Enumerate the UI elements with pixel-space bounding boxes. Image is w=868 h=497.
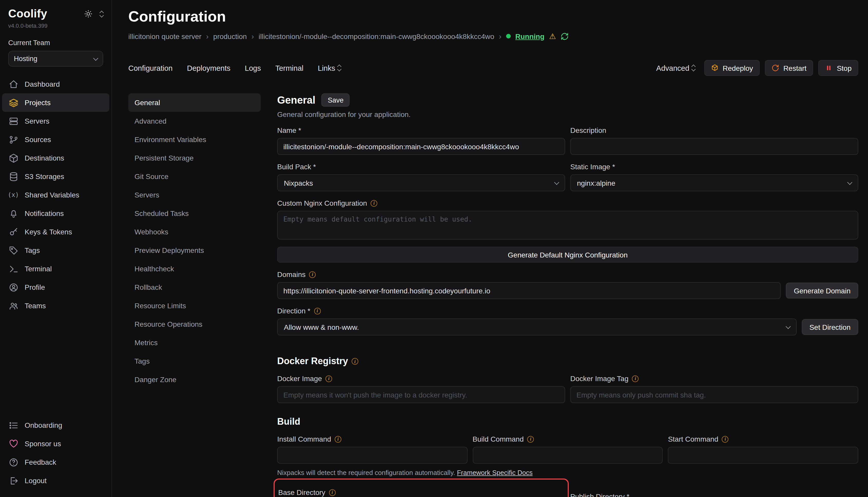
settings-nav-resource-operations[interactable]: Resource Operations [128,315,261,333]
sidebar-item-keys-tokens[interactable]: Keys & Tokens [2,223,109,241]
info-icon [314,308,320,314]
sidebar-item-terminal[interactable]: Terminal [2,259,109,278]
advanced-toggle[interactable]: Advanced [656,64,695,72]
stop-label: Stop [837,64,852,72]
tab-links[interactable]: Links [318,64,341,72]
tab-terminal[interactable]: Terminal [275,64,304,72]
build-command-input[interactable] [472,447,663,464]
sidebar-item-sponsor[interactable]: Sponsor us [2,435,109,453]
sidebar-item-s3-storages[interactable]: S3 Storages [2,167,109,186]
set-direction-button[interactable]: Set Direction [802,319,858,335]
tab-label: Logs [245,64,261,72]
sidebar-item-profile[interactable]: Profile [2,278,109,296]
direction-select[interactable]: Allow www & non-www. [277,318,797,336]
sidebar-item-label: Shared Variables [25,191,79,199]
save-button[interactable]: Save [321,93,350,107]
app-logo: Coolify [8,7,47,20]
framework-docs-link[interactable]: Framework Specific Docs [457,469,533,477]
chevrons-updown-icon [338,65,341,71]
sidebar-item-teams[interactable]: Teams [2,296,109,315]
advanced-label: Advanced [656,64,689,72]
build-pack-select[interactable]: Nixpacks [277,174,565,191]
sidebar-item-feedback[interactable]: Feedback [2,453,109,471]
settings-nav-tags[interactable]: Tags [128,352,261,370]
settings-nav-rollback[interactable]: Rollback [128,278,261,296]
description-input[interactable] [570,138,858,155]
stop-button[interactable]: Stop [818,60,858,76]
start-command-input[interactable] [668,447,858,464]
restart-icon [771,64,779,72]
settings-nav-metrics[interactable]: Metrics [128,333,261,352]
domains-input[interactable] [277,282,781,299]
generate-domain-button[interactable]: Generate Domain [786,283,858,299]
sidebar-item-shared-variables[interactable]: Shared Variables [2,186,109,204]
tab-label: Terminal [275,64,304,72]
settings-nav-preview-deployments[interactable]: Preview Deployments [128,241,261,259]
docker-registry-title: Docker Registry [277,356,348,367]
chevron-down-icon [847,180,852,185]
settings-nav-persistent-storage[interactable]: Persistent Storage [128,149,261,167]
custom-nginx-textarea[interactable] [277,211,858,240]
sidebar-item-notifications[interactable]: Notifications [2,204,109,223]
settings-nav-general[interactable]: General [128,93,261,112]
info-icon [335,436,341,442]
sidebar-item-sources[interactable]: Sources [2,130,109,149]
info-icon [329,489,336,496]
settings-nav-danger-zone[interactable]: Danger Zone [128,370,261,389]
refresh-status-icon[interactable] [561,32,569,40]
settings-nav-advanced[interactable]: Advanced [128,112,261,130]
version-selector-icon[interactable] [100,11,103,17]
section-title: General [277,94,315,106]
warning-icon[interactable]: ⚠ [549,32,556,40]
settings-nav-git-source[interactable]: Git Source [128,167,261,186]
teams-icon [8,301,18,311]
settings-nav-resource-limits[interactable]: Resource Limits [128,296,261,315]
info-icon [326,375,332,382]
tag-icon [8,245,18,255]
team-select[interactable]: Hosting [8,51,103,67]
docker-image-tag-label: Docker Image Tag [570,374,629,383]
settings-nav-healthcheck[interactable]: Healthcheck [128,259,261,278]
breadcrumb-project[interactable]: illicitonion quote server [128,32,202,40]
sidebar-nav: Dashboard Projects Servers Sources Desti… [0,75,111,315]
sidebar-item-logout[interactable]: Logout [2,471,109,490]
sidebar-item-label: Logout [25,477,47,485]
sidebar-item-tags[interactable]: Tags [2,241,109,259]
settings-nav-webhooks[interactable]: Webhooks [128,223,261,241]
settings-nav-scheduled-tasks[interactable]: Scheduled Tasks [128,204,261,223]
settings-nav-environment-variables[interactable]: Environment Variables [128,130,261,149]
redeploy-button[interactable]: Redeploy [704,60,760,76]
restart-button[interactable]: Restart [765,60,813,76]
breadcrumb-application[interactable]: illicitestonion/-module--decomposition:m… [259,32,494,40]
status-dot [506,34,511,39]
settings-nav-servers[interactable]: Servers [128,186,261,204]
sidebar-item-label: Destinations [25,154,64,162]
nixpacks-note: Nixpacks will detect the required config… [277,469,858,477]
install-command-input[interactable] [277,447,467,464]
general-form: General Save General configuration for y… [277,93,858,497]
sidebar-item-projects[interactable]: Projects [2,93,109,112]
sidebar-item-servers[interactable]: Servers [2,112,109,130]
sidebar-item-label: Feedback [25,458,56,466]
heart-icon [8,439,18,449]
tab-label: Links [318,64,335,72]
sidebar-item-dashboard[interactable]: Dashboard [2,75,109,93]
tab-logs[interactable]: Logs [245,64,261,72]
static-image-select[interactable]: nginx:alpine [570,174,858,191]
docker-image-input[interactable] [277,386,565,403]
tab-deployments[interactable]: Deployments [187,64,231,72]
docker-image-tag-input[interactable] [570,386,858,403]
tab-configuration[interactable]: Configuration [128,64,173,72]
sidebar-item-label: Tags [25,246,40,254]
sidebar-item-label: Sources [25,136,51,144]
name-input[interactable] [277,138,565,155]
sidebar-item-destinations[interactable]: Destinations [2,149,109,167]
cube-icon [8,153,18,163]
status-running-link[interactable]: Running [515,32,545,40]
sidebar-item-onboarding[interactable]: Onboarding [2,416,109,435]
app-version: v4.0.0-beta.399 [8,23,103,29]
chevrons-updown-icon [692,65,695,71]
generate-nginx-button[interactable]: Generate Default Nginx Configuration [277,247,858,262]
theme-sun-icon[interactable] [84,10,92,18]
breadcrumb-environment[interactable]: production [213,32,247,40]
